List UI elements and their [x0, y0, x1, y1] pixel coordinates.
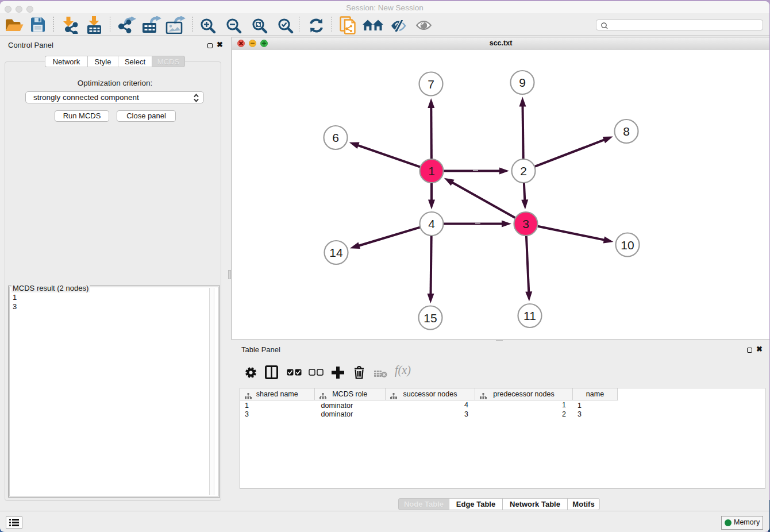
svg-text:14: 14 [329, 246, 343, 259]
svg-text:11: 11 [523, 309, 536, 322]
svg-text:3: 3 [522, 217, 529, 230]
svg-text:15: 15 [424, 311, 437, 325]
svg-text:2: 2 [520, 164, 527, 178]
svg-text:10: 10 [621, 238, 634, 252]
svg-text:8: 8 [623, 125, 630, 138]
svg-text:6: 6 [332, 131, 339, 144]
svg-text:9: 9 [519, 76, 526, 89]
svg-text:1: 1 [428, 164, 435, 178]
svg-text:7: 7 [428, 78, 434, 91]
svg-text:4: 4 [428, 217, 435, 230]
